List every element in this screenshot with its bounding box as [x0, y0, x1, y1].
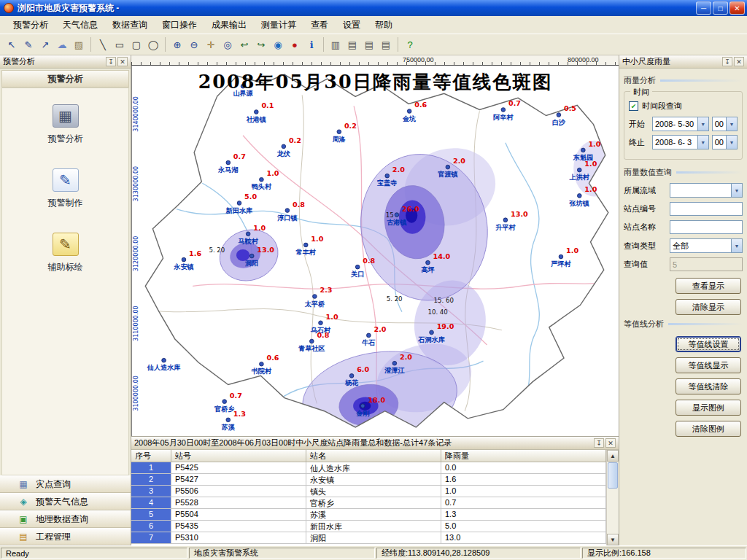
button-查看显示[interactable]: 查看显示	[676, 278, 741, 294]
forward-view-icon[interactable]: ↪	[253, 36, 269, 52]
globe-icon[interactable]: ◉	[270, 36, 286, 52]
sidebar-item-工程管理[interactable]: ▤工程管理	[0, 528, 131, 545]
menu-item-成果输出[interactable]: 成果输出	[204, 16, 254, 34]
table-row[interactable]: 1P5425仙人造水库0.0	[131, 462, 606, 474]
menu-item-数据查询[interactable]: 数据查询	[105, 16, 155, 34]
right-panel-caption: 中小尺度雨量 ↧ ✕	[619, 55, 747, 69]
menu-item-帮助[interactable]: 帮助	[368, 16, 400, 34]
print-icon[interactable]: ▤	[344, 36, 360, 52]
minimize-button[interactable]: ─	[696, 1, 711, 15]
table-row[interactable]: 3P5506镇头1.0	[131, 486, 606, 497]
fill-icon[interactable]: ▨	[71, 36, 87, 52]
close-icon[interactable]: ✕	[605, 438, 616, 448]
end-date-select[interactable]: 2008- 6- 3▼	[652, 135, 709, 149]
menu-item-测量计算[interactable]: 测量计算	[254, 16, 303, 34]
maximize-button[interactable]: □	[713, 1, 728, 15]
draw-rect-icon[interactable]: ▭	[112, 36, 128, 52]
map-canvas[interactable]: 山界源社港镇0.1周洛0.2金坑0.6阿辛村0.7白沙0.5龙伏0.2永马湖0.…	[131, 66, 619, 436]
close-icon[interactable]: ✕	[117, 57, 128, 66]
end-hour-select[interactable]: 00▼	[712, 135, 738, 149]
chevron-down-icon[interactable]: ▼	[726, 136, 737, 149]
left-section-header[interactable]: 预警分析	[1, 70, 129, 88]
column-header-序号[interactable]: 序号	[131, 450, 171, 462]
close-icon[interactable]: ✕	[734, 57, 744, 66]
sidebar-item-icon: ▣	[18, 514, 29, 525]
scroll-up-icon[interactable]: ▲	[607, 450, 619, 462]
measure-arrow-icon[interactable]: ↗	[37, 36, 53, 52]
scroll-down-icon[interactable]: ▼	[607, 534, 619, 545]
menu-item-查看[interactable]: 查看	[303, 16, 336, 34]
button-显示图例[interactable]: 显示图例	[676, 400, 741, 416]
menu-item-天气信息[interactable]: 天气信息	[55, 16, 105, 34]
chevron-down-icon[interactable]: ▼	[731, 184, 742, 197]
close-button[interactable]: ✕	[729, 1, 745, 15]
draw-line-icon[interactable]: ╲	[95, 36, 111, 52]
select-icon[interactable]: ↖	[4, 36, 20, 52]
window-title: 浏阳市地质灾害预警系统 -	[18, 2, 694, 15]
button-等值线设置[interactable]: 等值线设置	[676, 336, 741, 352]
menu-item-预警分析[interactable]: 预警分析	[6, 16, 55, 34]
draw-roundrect-icon[interactable]: ▢	[128, 36, 144, 52]
pan-icon[interactable]: ✛	[203, 36, 219, 52]
zoom-in-icon[interactable]: ⊕	[169, 36, 185, 52]
menu-item-窗口操作[interactable]: 窗口操作	[155, 16, 204, 34]
column-header-降雨量[interactable]: 降雨量	[441, 450, 606, 462]
left-tool-预警分析[interactable]: ▦预警分析	[48, 104, 83, 145]
pin-icon[interactable]: ↧	[106, 57, 116, 66]
table-row[interactable]: 2P5427永安镇1.6	[131, 474, 606, 486]
print-preview-icon[interactable]: ▤	[361, 36, 377, 52]
table-row[interactable]: 5P5504苏溪1.3	[131, 509, 606, 521]
select-所属流域[interactable]: ▼	[670, 183, 743, 198]
scroll-thumb[interactable]	[608, 462, 618, 489]
svg-text:马鞍村: 马鞍村	[238, 238, 258, 245]
sidebar-item-灾点查询[interactable]: ▦灾点查询	[0, 475, 131, 493]
left-tool-辅助标绘[interactable]: ✎辅助标绘	[48, 233, 83, 273]
chevron-down-icon[interactable]: ▼	[697, 117, 708, 131]
cell-序号: 5	[131, 509, 171, 521]
sidebar-item-预警天气信息[interactable]: ◈预警天气信息	[0, 493, 131, 510]
input-站点编号[interactable]	[670, 202, 743, 216]
draw-ellipse-icon[interactable]: ◯	[145, 36, 161, 52]
table-row[interactable]: 6P5435新田水库5.0	[131, 521, 606, 532]
time-range-checkbox[interactable]: ✔ 时间段查询	[629, 101, 738, 112]
chevron-down-icon[interactable]: ▼	[726, 117, 737, 131]
button-清除显示[interactable]: 清除显示	[676, 299, 741, 315]
table-row[interactable]: 4P5528官桥乡0.7	[131, 497, 606, 509]
select-查询类型[interactable]: 全部▼	[670, 238, 743, 253]
table-scrollbar[interactable]: ▲ ▼	[606, 450, 619, 545]
zoom-out-icon[interactable]: ⊖	[186, 36, 202, 52]
button-等值线清除[interactable]: 等值线清除	[676, 378, 741, 394]
left-tool-预警制作[interactable]: ✎预警制作	[48, 168, 83, 209]
svg-text:18.0: 18.0	[368, 396, 385, 404]
cell-站号: P5435	[171, 521, 306, 532]
map-svg[interactable]: 山界源社港镇0.1周洛0.2金坑0.6阿辛村0.7白沙0.5龙伏0.2永马湖0.…	[132, 66, 619, 436]
zoom-extent-icon[interactable]: ◎	[220, 36, 236, 52]
table-row[interactable]: 7P5310洞阳13.0	[131, 532, 606, 544]
cloud-icon[interactable]: ☁	[54, 36, 70, 52]
edit-vertex-icon[interactable]: ✎	[20, 36, 36, 52]
start-date-select[interactable]: 2008- 5-30▼	[652, 117, 709, 131]
chevron-down-icon[interactable]: ▼	[731, 239, 742, 252]
field-row-站点编号: 站点编号	[624, 202, 743, 216]
cell-站名: 洞阳	[306, 532, 441, 544]
column-header-站号[interactable]: 站号	[171, 450, 306, 462]
svg-text:永马湖: 永马湖	[217, 166, 238, 174]
help-icon[interactable]: ?	[402, 36, 418, 52]
export-icon[interactable]: ▥	[328, 36, 344, 52]
sidebar-item-地理数据查询[interactable]: ▣地理数据查询	[0, 510, 131, 528]
chevron-down-icon[interactable]: ▼	[697, 136, 708, 149]
back-view-icon[interactable]: ↩	[236, 36, 252, 52]
toolbar-separator	[90, 37, 91, 52]
input-站点名称[interactable]	[670, 220, 743, 234]
start-hour-select[interactable]: 00▼	[712, 117, 738, 131]
print-setup-icon[interactable]: ▤	[378, 36, 394, 52]
info-icon[interactable]: ℹ	[303, 36, 320, 52]
button-等值线显示[interactable]: 等值线显示	[676, 357, 741, 373]
pin-icon[interactable]: ↧	[722, 57, 732, 66]
button-清除图例[interactable]: 清除图例	[676, 421, 741, 437]
record-icon[interactable]: ●	[287, 36, 303, 52]
pin-icon[interactable]: ↧	[594, 438, 604, 448]
column-header-站名[interactable]: 站名	[306, 450, 441, 462]
menu-item-设置[interactable]: 设置	[336, 16, 368, 34]
cell-降雨量: 1.3	[441, 509, 606, 521]
